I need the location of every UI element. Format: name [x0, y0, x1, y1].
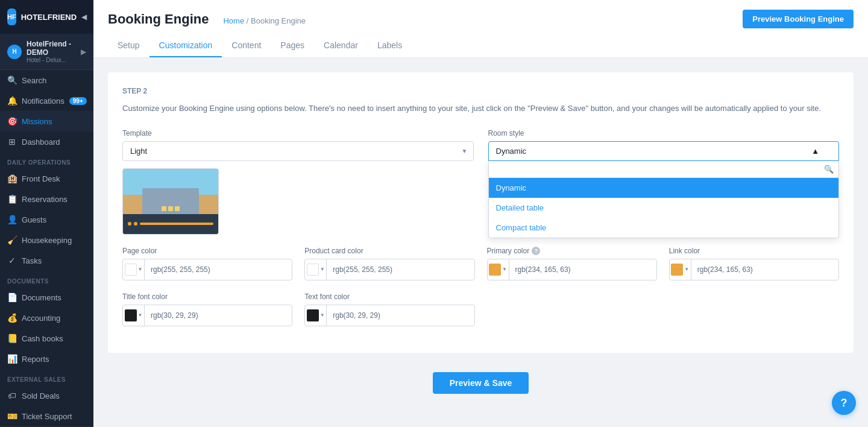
reservations-label: Reservations [22, 195, 68, 204]
hotel-selector[interactable]: H HotelFriend - DEMO Hotel - Delux... ▶ [0, 34, 93, 70]
sidebar-item-cash-books[interactable]: 📒 Cash books [0, 328, 93, 349]
text-font-color-swatch[interactable]: ▼ [305, 305, 327, 326]
sidebar-item-sold-deals[interactable]: 🏷 Sold Deals [0, 385, 93, 406]
product-card-color-label: Product card color [304, 247, 474, 255]
primary-color-group: Primary color ? ▼ rgb(234, 165, 63) [487, 247, 657, 280]
page-color-group: Page color ▼ rgb(255, 255, 255) [122, 247, 292, 280]
search-icon: 🔍 [7, 75, 17, 85]
room-style-chevron-icon: ▲ [811, 147, 819, 156]
sold-deals-icon: 🏷 [7, 391, 17, 400]
housekeeping-icon: 🧹 [7, 235, 17, 245]
guests-label: Guests [22, 215, 46, 224]
page-color-swatch-arrow-icon: ▼ [138, 267, 143, 272]
sidebar-logo[interactable]: HF HOTELFRIEND ◀ [0, 0, 93, 34]
sidebar-item-dashboard[interactable]: ⊞ Dashboard [0, 131, 93, 152]
preview-save-button[interactable]: Preview & Save [433, 372, 529, 394]
sidebar-item-ticket-support[interactable]: 🎫 Ticket Support [0, 406, 93, 426]
primary-color-value: rgb(234, 165, 63) [509, 261, 656, 279]
product-card-swatch-arrow-icon: ▼ [320, 267, 325, 272]
section-external-sales: EXTERNAL SALES [0, 369, 93, 385]
reservations-icon: 📋 [7, 194, 17, 204]
primary-color-swatch[interactable]: ▼ [488, 259, 509, 280]
dropdown-option-compact-table[interactable]: Compact table [489, 218, 839, 238]
room-style-selected-value: Dynamic [496, 147, 527, 156]
ticket-support-icon: 🎫 [7, 411, 17, 421]
title-font-color-swatch[interactable]: ▼ [123, 305, 145, 326]
link-color-swatch[interactable]: ▼ [670, 259, 691, 280]
room-style-trigger[interactable]: Dynamic ▲ [488, 141, 840, 161]
sidebar-item-housekeeping[interactable]: 🧹 Housekeeping [0, 230, 93, 250]
sidebar-item-accounting[interactable]: 💰 Accounting [0, 308, 93, 328]
placeholder-color-group-4 [669, 293, 839, 326]
dropdown-search-input[interactable] [494, 165, 822, 173]
notifications-label: Notifications [22, 96, 64, 106]
tab-labels[interactable]: Labels [368, 36, 412, 57]
breadcrumb-home[interactable]: Home [223, 16, 244, 25]
text-font-color-label: Text font color [304, 293, 474, 301]
sidebar-item-notifications[interactable]: 🔔 Notifications 99+ [0, 90, 93, 111]
hotel-sub: Hotel - Delux... [27, 57, 81, 63]
preview-booking-engine-button[interactable]: Preview Booking Engine [743, 10, 854, 28]
logo-icon: HF [7, 8, 16, 25]
sidebar-collapse-btn[interactable]: ◀ [81, 13, 87, 21]
template-select[interactable]: Light [122, 141, 474, 161]
tab-customization[interactable]: Customization [149, 36, 222, 57]
main-card: STEP 2 Customize your Booking Engine usi… [108, 72, 854, 353]
template-group: Template Light ▼ [122, 129, 474, 235]
title-font-color-input: ▼ rgb(30, 29, 29) [122, 305, 292, 326]
sidebar-item-guests[interactable]: 👤 Guests [0, 209, 93, 230]
template-preview-image [122, 168, 219, 235]
ticket-support-label: Ticket Support [22, 412, 72, 421]
product-card-color-value: rgb(255, 255, 255) [327, 261, 474, 279]
dropdown-option-dynamic[interactable]: Dynamic [489, 178, 839, 198]
tasks-icon: ✓ [7, 256, 17, 265]
sidebar-item-reports[interactable]: 📊 Reports [0, 349, 93, 369]
page-color-swatch[interactable]: ▼ [123, 259, 145, 280]
notifications-badge: 99+ [69, 97, 87, 105]
sidebar-item-documents[interactable]: 📄 Documents [0, 287, 93, 308]
search-label: Search [22, 76, 46, 85]
section-daily-ops: DAILY OPERATIONS [0, 152, 93, 168]
page-color-input: ▼ rgb(255, 255, 255) [122, 259, 292, 280]
primary-color-label: Primary color ? [487, 247, 657, 255]
product-card-color-swatch[interactable]: ▼ [305, 259, 327, 280]
reports-icon: 📊 [7, 354, 17, 364]
sidebar-item-reservations[interactable]: 📋 Reservations [0, 189, 93, 209]
top-header: Booking Engine Home / Booking Engine Pre… [93, 0, 868, 58]
template-label: Template [122, 129, 474, 138]
step-description: Customize your Booking Engine using opti… [122, 103, 839, 115]
link-color-group: Link color ▼ rgb(234, 165, 63) [669, 247, 839, 280]
dropdown-option-detailed-table[interactable]: Detailed table [489, 198, 839, 218]
dashboard-icon: ⊞ [7, 137, 17, 147]
documents-icon: 📄 [7, 293, 17, 302]
front-desk-label: Front Desk [22, 174, 60, 183]
page-color-label: Page color [122, 247, 292, 255]
room-style-group: Room style Dynamic ▲ 🔍 Dynamic [488, 129, 840, 161]
tab-calendar[interactable]: Calendar [314, 36, 368, 57]
sidebar-item-front-desk[interactable]: 🏨 Front Desk [0, 168, 93, 189]
logo-text: HOTELFRIEND [21, 13, 77, 22]
guests-icon: 👤 [7, 215, 17, 224]
room-style-dropdown: Dynamic ▲ 🔍 Dynamic Detailed table Compa… [488, 141, 840, 161]
tasks-label: Tasks [22, 256, 42, 265]
breadcrumb: Home / Booking Engine [223, 16, 306, 25]
link-color-label: Link color [669, 247, 839, 255]
primary-color-input: ▼ rgb(234, 165, 63) [487, 259, 657, 280]
accounting-icon: 💰 [7, 313, 17, 323]
sidebar-item-tasks[interactable]: ✓ Tasks [0, 250, 93, 271]
front-desk-icon: 🏨 [7, 174, 17, 183]
tab-content[interactable]: Content [222, 36, 271, 57]
title-font-color-label: Title font color [122, 293, 292, 301]
bell-icon: 🔔 [7, 96, 17, 106]
tab-setup[interactable]: Setup [108, 36, 149, 57]
title-font-swatch-arrow-icon: ▼ [138, 312, 143, 318]
help-fab-button[interactable]: ? [832, 391, 856, 415]
cash-books-icon: 📒 [7, 334, 17, 343]
color-row-1: Page color ▼ rgb(255, 255, 255) Product … [122, 247, 839, 280]
primary-color-help-icon[interactable]: ? [532, 247, 540, 255]
room-style-menu: 🔍 Dynamic Detailed table Compact table [488, 161, 840, 238]
sidebar-item-search[interactable]: 🔍 Search [0, 70, 93, 90]
accounting-label: Accounting [22, 314, 60, 323]
sidebar-item-missions[interactable]: 🎯 Missions [0, 111, 93, 131]
tab-pages[interactable]: Pages [271, 36, 314, 57]
